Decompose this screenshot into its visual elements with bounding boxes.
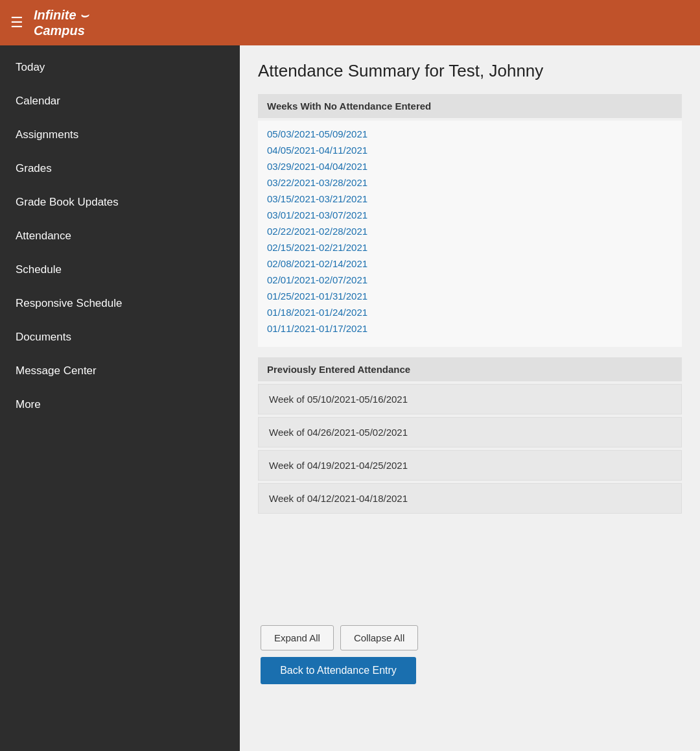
sidebar: Today Calendar Assignments Grades Grade … (0, 45, 240, 751)
previously-entered-section-header: Previously Entered Attendance (258, 357, 682, 381)
no-attendance-list: 05/03/2021-05/09/202104/05/2021-04/11/20… (258, 121, 682, 347)
body-area: Today Calendar Assignments Grades Grade … (0, 45, 700, 751)
no-attendance-link[interactable]: 02/15/2021-02/21/2021 (267, 239, 673, 256)
logo-area: Infinite ⌣ Campus (34, 7, 88, 38)
week-row[interactable]: Week of 04/12/2021-04/18/2021 (258, 483, 682, 514)
logo-text: Infinite ⌣ (34, 8, 88, 22)
sidebar-item-grades[interactable]: Grades (0, 152, 240, 185)
logo: Infinite ⌣ Campus (34, 7, 88, 38)
sidebar-item-schedule[interactable]: Schedule (0, 253, 240, 287)
no-attendance-section-header: Weeks With No Attendance Entered (258, 94, 682, 118)
week-row[interactable]: Week of 04/19/2021-04/25/2021 (258, 450, 682, 481)
logo-subtext: Campus (34, 23, 85, 38)
sidebar-item-gradebook-updates[interactable]: Grade Book Updates (0, 185, 240, 219)
action-bar: Expand All Collapse All Back to Attendan… (258, 615, 682, 695)
week-row[interactable]: Week of 05/10/2021-05/16/2021 (258, 384, 682, 414)
page-title: Attendance Summary for Test, Johnny (258, 61, 682, 81)
sidebar-item-today[interactable]: Today (0, 51, 240, 84)
sidebar-item-attendance[interactable]: Attendance (0, 219, 240, 253)
no-attendance-link[interactable]: 05/03/2021-05/09/2021 (267, 126, 673, 142)
expand-all-button[interactable]: Expand All (261, 625, 334, 650)
no-attendance-link[interactable]: 01/11/2021-01/17/2021 (267, 320, 673, 337)
sidebar-item-message-center[interactable]: Message Center (0, 354, 240, 388)
app-header: ☰ Infinite ⌣ Campus (0, 0, 700, 45)
sidebar-item-more[interactable]: More (0, 388, 240, 422)
no-attendance-link[interactable]: 03/22/2021-03/28/2021 (267, 174, 673, 191)
no-attendance-link[interactable]: 03/29/2021-04/04/2021 (267, 158, 673, 174)
no-attendance-link[interactable]: 01/25/2021-01/31/2021 (267, 288, 673, 304)
no-attendance-link[interactable]: 03/01/2021-03/07/2021 (267, 207, 673, 223)
no-attendance-link[interactable]: 02/08/2021-02/14/2021 (267, 256, 673, 272)
main-content: Attendance Summary for Test, Johnny Week… (240, 45, 700, 751)
no-attendance-link[interactable]: 03/15/2021-03/21/2021 (267, 191, 673, 207)
sidebar-item-calendar[interactable]: Calendar (0, 84, 240, 118)
no-attendance-link[interactable]: 04/05/2021-04/11/2021 (267, 142, 673, 158)
secondary-button-row: Expand All Collapse All (261, 625, 679, 650)
previously-entered-section: Previously Entered Attendance Week of 05… (258, 357, 682, 514)
collapse-all-button[interactable]: Collapse All (340, 625, 418, 650)
sidebar-item-assignments[interactable]: Assignments (0, 118, 240, 152)
no-attendance-link[interactable]: 01/18/2021-01/24/2021 (267, 304, 673, 320)
primary-button-row: Back to Attendance Entry (261, 657, 679, 684)
back-to-attendance-button[interactable]: Back to Attendance Entry (261, 657, 416, 684)
sidebar-item-documents[interactable]: Documents (0, 320, 240, 354)
no-attendance-link[interactable]: 02/01/2021-02/07/2021 (267, 272, 673, 288)
no-attendance-section: Weeks With No Attendance Entered 05/03/2… (258, 94, 682, 347)
sidebar-item-responsive-schedule[interactable]: Responsive Schedule (0, 287, 240, 320)
no-attendance-link[interactable]: 02/22/2021-02/28/2021 (267, 223, 673, 239)
week-row[interactable]: Week of 04/26/2021-05/02/2021 (258, 417, 682, 447)
spacer (258, 524, 682, 615)
hamburger-menu-icon[interactable]: ☰ (10, 16, 23, 30)
